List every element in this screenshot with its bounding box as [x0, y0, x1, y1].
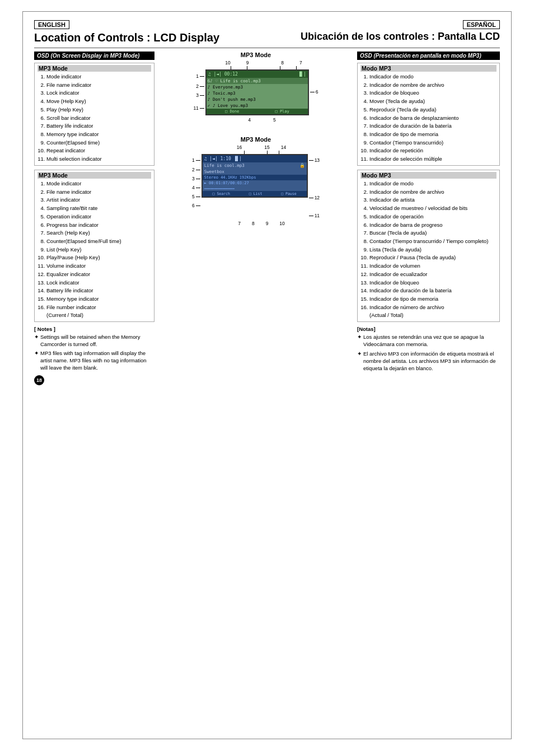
callout-14: 14 — [281, 144, 286, 150]
lcd2-diagram-row: 1 2 3 4 5 6 ♫ |◄| 1:10 ▐▌| — [159, 154, 353, 220]
lcd2-pause-btn: □ Pause — [281, 192, 296, 196]
list-item: Indicador de repetición — [369, 147, 496, 155]
callout-8: 8 — [281, 60, 284, 66]
list-item: Memory type indicator — [46, 295, 151, 304]
list-item: Multi selection indicator — [46, 155, 151, 164]
english-notes-title: [ Notes ] — [34, 326, 154, 332]
list-item: Indicador de bloqueo — [369, 279, 496, 287]
list-item: Indicador de volumen — [369, 262, 496, 270]
list-item: Scroll bar indicator — [46, 114, 151, 123]
list-item: Indicador de bloqueo — [369, 89, 496, 97]
lcd2-block: MP3 Mode 16 15 14 1 2 3 — [159, 136, 353, 226]
list-item: Sampling rate/Bit rate — [46, 204, 151, 213]
list-item: Move (Help Key) — [46, 97, 151, 106]
english-osd-header: OSD (On Screen Display in MP3 Mode) — [34, 52, 154, 60]
note-text-1: Settings will be retained when the Memor… — [40, 333, 154, 348]
lcd1-row5: ✓ ♪ Love you.mp3 — [207, 102, 308, 109]
lcd2-row4: ► 00:01:07/00:03:27 — [203, 180, 307, 186]
callout-9: 9 — [246, 60, 249, 66]
list-item: Mover (Tecla de ayuda) — [369, 97, 496, 106]
lcd1-block: MP3 Mode 10 9 8 7 — [159, 52, 353, 123]
spanish-osd-header: OSD (Presentación en pantalla en modo MP… — [357, 52, 500, 60]
lcd2-search-btn: □ Search — [213, 192, 230, 196]
english-header-block: ENGLISH Location of Controls : LCD Displ… — [34, 20, 243, 44]
english-mode2-box: MP3 Mode Mode indicator File name indica… — [34, 170, 154, 322]
lcd2-mode-label: MP3 Mode — [159, 136, 353, 143]
divider — [34, 48, 500, 48]
list-item: Mode indicator — [46, 73, 151, 81]
spanish-mode1-box: Modo MP3 Indicador de modo Indicador de … — [357, 63, 500, 166]
list-item: Equalizer indicator — [46, 270, 151, 279]
callout-15: 15 — [264, 144, 269, 150]
list-item: Repeat indicator — [46, 147, 151, 155]
lcd1-row1: 6♪ ♡ Life is cool.mp3 — [207, 78, 308, 84]
list-item: Lock indicator — [46, 279, 151, 287]
list-item: Operation indicator — [46, 213, 151, 221]
callout-16: 16 — [237, 144, 242, 150]
page-number-badge: 18 — [34, 375, 44, 385]
callout-10: 10 — [225, 60, 230, 66]
spanish-notes-title: [Notas] — [357, 326, 500, 332]
list-item: Indicador de nombre de archivo — [369, 188, 496, 197]
lcd2-bottom-callouts: 7 8 9 10 — [159, 221, 353, 226]
list-item: Memory type indicator — [46, 130, 151, 139]
page-container: ENGLISH Location of Controls : LCD Displ… — [22, 11, 512, 739]
list-item: Battery life indicator — [46, 287, 151, 295]
list-item: Progress bar indicator — [46, 221, 151, 230]
list-item: Indicador de modo — [369, 180, 496, 188]
list-item: Reproducir (Tecla de ayuda) — [369, 106, 496, 114]
spanish-mode2-title: Modo MP3 — [360, 172, 496, 179]
spanish-mode1-list: Indicador de modo Indicador de nombre de… — [360, 73, 496, 164]
list-item: Indicador de número de archivo(Actual / … — [369, 304, 496, 320]
list-item: Counter(Elapsed time/Full time) — [46, 237, 151, 246]
callout-4: 4 — [248, 117, 251, 123]
spanish-note-item-1: ✦ Los ajustes se retendrán una vez que s… — [357, 333, 500, 348]
spanish-lang-box: ESPAÑOL — [463, 20, 500, 29]
list-item: Velocidad de muestreo / velocidad de bit… — [369, 204, 496, 213]
list-item: Indicador de tipo de memoria — [369, 130, 496, 139]
list-item: Artist indicator — [46, 196, 151, 204]
english-mode1-list: Mode indicator File name indicator Lock … — [38, 73, 151, 164]
lcd2-top-callouts: 16 15 14 — [159, 144, 353, 150]
lcd1-topbar-right: ▐▌| — [298, 72, 306, 77]
list-item: File name indicator — [46, 188, 151, 197]
diamond-icon-2: ✦ — [34, 349, 39, 357]
lcd2-row5: ═══════════════ — [203, 186, 307, 191]
callout-8: 8 — [252, 221, 255, 226]
header-row: ENGLISH Location of Controls : LCD Displ… — [34, 20, 500, 44]
lcd2-topbar-left: ♫ |◄| 1:10 ▐▌| — [204, 156, 242, 161]
english-main-title: Location of Controls : LCD Display — [34, 31, 243, 44]
list-item: Indicador de artista — [369, 196, 496, 204]
spanish-note-text-2: El archivo MP3 con información de etique… — [363, 350, 500, 372]
list-item: Counter(Elapsed time) — [46, 139, 151, 147]
list-item: Indicador de barra de desplazamiento — [369, 114, 496, 123]
spanish-note-text-1: Los ajustes se retendrán una vez que se … — [363, 333, 500, 348]
note-item-2: ✦ MP3 files with tag information will di… — [34, 349, 154, 372]
spanish-main-title: Ubicación de los controles : Pantalla LC… — [249, 31, 500, 43]
spanish-notes: [Notas] ✦ Los ajustes se retendrán una v… — [357, 326, 500, 372]
lcd1-done-btn: □ Done — [225, 109, 239, 114]
lcd2-topbar: ♫ |◄| 1:10 ▐▌| — [203, 155, 307, 162]
lcd2-right-callouts: 13 12 11 — [309, 154, 320, 220]
list-item: Mode indicator — [46, 180, 151, 188]
lcd2-left-callouts: 1 2 3 4 5 6 — [192, 154, 200, 210]
lcd2-row1: Life is cool.mp3 🔒 — [203, 162, 307, 169]
list-item: Lock indicator — [46, 89, 151, 97]
spanish-header-block: ESPAÑOL Ubicación de los controles : Pan… — [249, 20, 500, 43]
list-item: Reproducir / Pausa (Tecla de ayuda) — [369, 254, 496, 262]
lcd1-bottombar: □ Done □ Play — [207, 109, 308, 114]
list-item: Search (Help Key) — [46, 229, 151, 237]
list-item: File number indicator(Current / Total) — [46, 304, 151, 320]
lcd1-top-callouts: 10 9 8 7 — [159, 60, 353, 66]
lcd1-topbar-left: ♫ |◄| 00:12 — [208, 72, 238, 77]
lcd1-diagram-row: 1 2 3 11 ♫ |◄| 00:12 ▐▌| 6♪ ♡ Life is — [159, 69, 353, 116]
spanish-mode2-list: Indicador de modo Indicador de nombre de… — [360, 180, 496, 320]
list-item: Lista (Tecla de ayuda) — [369, 246, 496, 254]
list-item: File name indicator — [46, 81, 151, 90]
lcd1-row4: ♪ Don't push me.mp3 — [207, 96, 308, 102]
list-item: Indicador de duración de la batería — [369, 122, 496, 130]
list-item: Indicador de nombre de archivo — [369, 81, 496, 90]
spanish-note-item-2: ✦ El archivo MP3 con información de etiq… — [357, 350, 500, 372]
lcd1-bottom-callouts: 4 5 — [159, 117, 353, 123]
lcd-screen1: ♫ |◄| 00:12 ▐▌| 6♪ ♡ Life is cool.mp3 ♪ … — [205, 69, 309, 115]
